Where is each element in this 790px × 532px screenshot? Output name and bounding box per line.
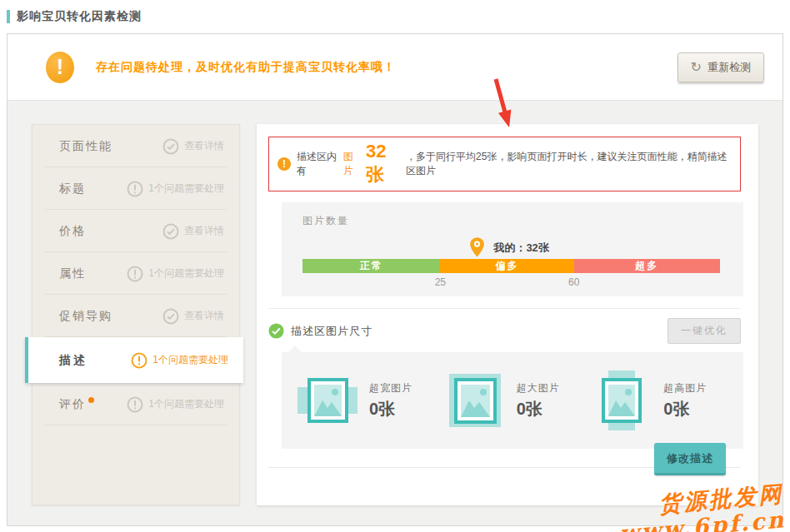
warning-circle-icon <box>46 52 74 83</box>
banner-prefix: 描述区内有 <box>297 150 343 178</box>
issue-banner: 描述区内有图片32张，多于同行平均25张，影响页面打开时长，建议关注页面性能，精… <box>268 137 741 191</box>
marker-text: 我的：32张 <box>493 241 548 256</box>
image-size-header: 描述区图片尺寸 一键优化 <box>268 318 741 344</box>
size-card-label: 超宽图片 <box>369 381 412 395</box>
size-card-large: 超大图片 0张 <box>444 370 592 431</box>
content-panel: 描述区内有图片32张，多于同行平均25张，影响页面打开时长，建议关注页面性能，精… <box>257 124 758 505</box>
page-header: 影响宝贝转化因素检测 <box>7 9 142 24</box>
banner-count: 32张 <box>366 141 402 187</box>
banner-suffix: ，多于同行平均25张，影响页面打开时长，建议关注页面性能，精简描述区图片 <box>406 150 732 178</box>
location-pin-icon <box>469 236 485 258</box>
sidebar-item-promotion[interactable]: 促销导购 查看详情 <box>32 295 239 337</box>
size-card-label: 超大图片 <box>517 381 560 395</box>
warning-circle-icon <box>131 352 148 369</box>
image-count-label: 图片数量 <box>302 214 720 228</box>
check-circle-icon <box>162 308 179 325</box>
refresh-icon: ↻ <box>691 61 702 74</box>
status: 1个问题需要处理 <box>127 181 224 197</box>
page-title: 影响宝贝转化因素检测 <box>17 9 142 24</box>
section-divider <box>268 308 741 309</box>
status-text: 1个问题需要处理 <box>148 266 224 281</box>
image-size-panel: 超宽图片 0张 超大图片 0张 <box>282 352 743 449</box>
detection-panel: 存在问题待处理，及时优化有助于提高宝贝转化率哦！ ↻ 重新检测 页面性能 查看详… <box>7 33 783 526</box>
warning-circle-icon <box>127 181 143 197</box>
tall-image-icon <box>591 370 652 431</box>
size-card-tall: 超高图片 0张 <box>591 370 738 431</box>
large-image-icon <box>444 370 506 431</box>
sidebar-item-title[interactable]: 标题 1个问题需要处理 <box>32 167 239 210</box>
notification-dot <box>88 397 94 403</box>
sidebar-item-label: 价格 <box>59 224 86 239</box>
sidebar-item-label: 属性 <box>59 266 86 281</box>
warning-circle-icon <box>127 396 143 413</box>
alert-message: 存在问题待处理，及时优化有助于提高宝贝转化率哦！ <box>96 60 396 75</box>
warning-circle-icon <box>278 157 291 171</box>
sidebar-item-label: 标题 <box>59 181 86 196</box>
marker-row: 我的：32张 <box>302 228 720 259</box>
one-click-optimize-button[interactable]: 一键优化 <box>668 318 741 344</box>
size-card-count: 0张 <box>663 398 707 420</box>
status-text: 查看详情 <box>184 309 224 323</box>
refresh-button-label: 重新检测 <box>708 60 751 75</box>
range-segment-many: 偏多 <box>440 259 573 273</box>
status-text: 1个问题需要处理 <box>148 181 224 196</box>
status-text: 1个问题需要处理 <box>152 353 228 367</box>
sidebar-item-reviews[interactable]: 评价 1个问题需要处理 <box>32 383 239 425</box>
size-card-wide: 超宽图片 0张 <box>297 370 444 431</box>
sidebar-item-label: 描述 <box>59 353 88 368</box>
range-segment-over: 超多 <box>574 259 720 273</box>
size-card-count: 0张 <box>369 398 412 420</box>
check-circle-icon <box>268 323 284 339</box>
image-size-title: 描述区图片尺寸 <box>291 324 372 339</box>
status-text: 查看详情 <box>184 139 224 153</box>
sidebar-item-label: 页面性能 <box>59 139 112 154</box>
sidebar-item-description[interactable]: 描述 1个问题需要处理 <box>25 337 243 383</box>
status: 1个问题需要处理 <box>127 396 224 413</box>
body-area: 页面性能 查看详情 标题 1个问题需要处理 价格 查看详情 <box>8 101 782 525</box>
status: 查看详情 <box>162 308 224 325</box>
alert-strip: 存在问题待处理，及时优化有助于提高宝贝转化率哦！ ↻ 重新检测 <box>8 34 782 101</box>
check-circle-icon <box>162 138 179 155</box>
range-segment-normal: 正常 <box>302 259 440 273</box>
edit-description-button[interactable]: 修改描述 <box>654 443 726 475</box>
refresh-detect-button[interactable]: ↻ 重新检测 <box>678 52 764 82</box>
size-card-count: 0张 <box>517 398 560 420</box>
status: 1个问题需要处理 <box>131 352 228 369</box>
size-card-label: 超高图片 <box>663 381 707 395</box>
tick-60: 60 <box>568 276 579 288</box>
sidebar-item-page-performance[interactable]: 页面性能 查看详情 <box>32 125 239 167</box>
size-card-text: 超高图片 0张 <box>663 381 707 420</box>
my-value-marker: 我的：32张 <box>469 236 548 258</box>
title-accent-bar <box>7 10 10 23</box>
sidebar-item-price[interactable]: 价格 查看详情 <box>32 210 239 252</box>
sidebar-item-label: 促销导购 <box>59 309 112 324</box>
status-text: 1个问题需要处理 <box>148 397 224 411</box>
size-card-text: 超宽图片 0张 <box>369 381 412 420</box>
warning-circle-icon <box>127 266 143 282</box>
status: 查看详情 <box>162 223 224 240</box>
banner-link-word: 图片 <box>343 150 362 178</box>
sidebar-item-attributes[interactable]: 属性 1个问题需要处理 <box>32 252 239 295</box>
status: 1个问题需要处理 <box>127 266 224 282</box>
image-count-panel: 图片数量 我的：32张 正常 偏多 超多 <box>282 202 743 296</box>
tick-25: 25 <box>435 276 446 288</box>
sidebar-item-label: 评价 <box>59 397 86 412</box>
status: 查看详情 <box>162 138 224 155</box>
wide-image-icon <box>297 370 358 431</box>
status-text: 查看详情 <box>184 224 224 238</box>
sidebar: 页面性能 查看详情 标题 1个问题需要处理 价格 查看详情 <box>32 124 240 505</box>
size-card-text: 超大图片 0张 <box>517 381 560 420</box>
range-bar: 正常 偏多 超多 <box>302 259 720 273</box>
tick-row: 25 60 <box>302 273 720 290</box>
check-circle-icon <box>162 223 179 240</box>
